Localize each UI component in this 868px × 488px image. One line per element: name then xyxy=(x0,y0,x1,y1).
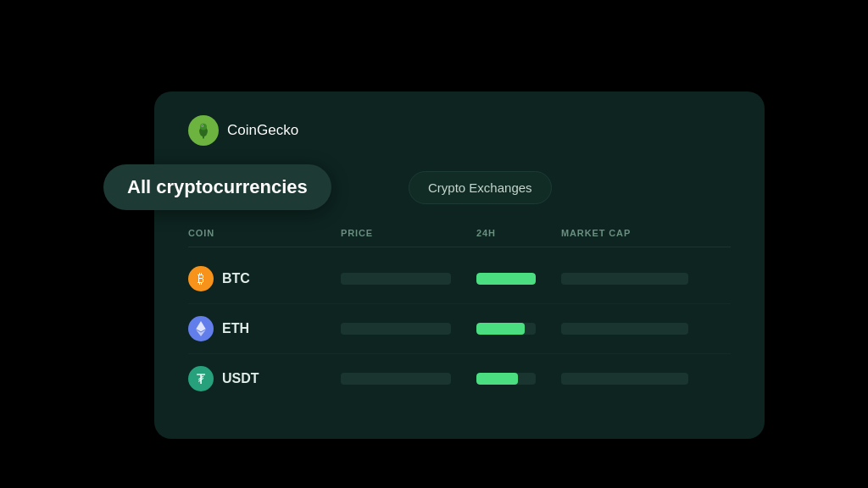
crypto-table: COIN PRICE 24H MARKET CAP ₿ BTC xyxy=(188,228,731,403)
eth-name: ETH xyxy=(222,321,249,336)
tab-bar: All cryptocurrencies Crypto Exchanges xyxy=(188,171,731,204)
eth-icon xyxy=(188,316,214,341)
logo-icon xyxy=(188,115,219,146)
col-price: PRICE xyxy=(341,228,476,238)
tab-all-cryptocurrencies[interactable]: All cryptocurrencies xyxy=(103,164,331,210)
usdt-price-bar xyxy=(341,373,476,385)
table-row: ₮ USDT xyxy=(188,354,731,403)
btc-price-bar xyxy=(341,273,476,285)
logo-name: CoinGecko xyxy=(227,122,298,139)
table-row: ₿ BTC xyxy=(188,254,731,304)
btc-24h-bar xyxy=(476,273,561,285)
col-coin: COIN xyxy=(188,228,341,238)
eth-mcap-bar xyxy=(561,323,731,335)
eth-24h-bar xyxy=(476,323,561,335)
svg-point-3 xyxy=(202,125,203,126)
usdt-mcap-bar xyxy=(561,373,731,385)
btc-mcap-bar xyxy=(561,273,731,285)
coin-cell-btc: ₿ BTC xyxy=(188,266,341,291)
btc-name: BTC xyxy=(222,271,250,286)
btc-icon: ₿ xyxy=(188,266,214,291)
table-header: COIN PRICE 24H MARKET CAP xyxy=(188,228,731,247)
main-card: CoinGecko All cryptocurrencies Crypto Ex… xyxy=(154,92,765,439)
scene: CoinGecko All cryptocurrencies Crypto Ex… xyxy=(103,49,765,439)
coin-cell-usdt: ₮ USDT xyxy=(188,366,341,391)
coin-cell-eth: ETH xyxy=(188,316,341,341)
table-row: ETH xyxy=(188,304,731,354)
tab-crypto-exchanges[interactable]: Crypto Exchanges xyxy=(409,171,552,204)
usdt-icon: ₮ xyxy=(188,366,214,391)
svg-point-1 xyxy=(200,124,207,130)
usdt-name: USDT xyxy=(222,371,259,386)
svg-point-6 xyxy=(203,133,204,139)
eth-price-bar xyxy=(341,323,476,335)
card-header: CoinGecko xyxy=(188,115,731,146)
usdt-24h-bar xyxy=(476,373,561,385)
col-24h: 24H xyxy=(476,228,561,238)
col-marketcap: MARKET CAP xyxy=(561,228,731,238)
